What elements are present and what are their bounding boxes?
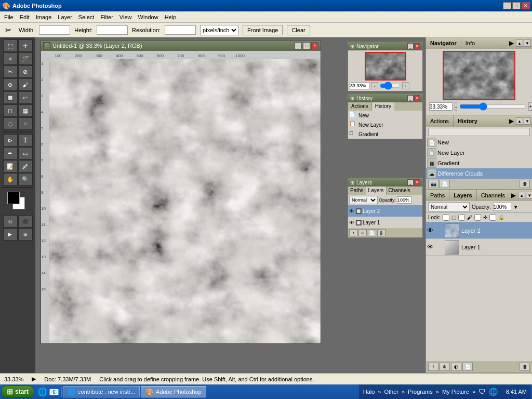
menu-image[interactable]: Image xyxy=(33,13,55,21)
layer-row-layer1[interactable]: 👁 Layer 1 xyxy=(426,239,532,256)
minimize-button[interactable]: _ xyxy=(503,2,511,9)
text-tool[interactable]: T xyxy=(18,134,33,147)
small-nav-minimize[interactable]: _ xyxy=(407,43,414,49)
tab-history-small[interactable]: History xyxy=(372,102,394,111)
zoom-tool[interactable]: 🔍 xyxy=(18,173,33,185)
small-hist-item-new-layer[interactable]: 📋 New Layer xyxy=(348,120,422,129)
close-button[interactable]: ✕ xyxy=(522,2,530,9)
small-nav-zoom-input[interactable] xyxy=(350,82,369,89)
layer2-eye-icon[interactable]: 👁 xyxy=(427,227,436,234)
small-hist-item-gradient[interactable]: ◻ Gradient xyxy=(348,129,422,139)
dodge-tool[interactable]: ○ xyxy=(18,117,33,130)
history-item-gradient[interactable]: ▦ Gradient xyxy=(426,158,532,168)
small-nav-close[interactable]: ✕ xyxy=(414,43,420,49)
marquee-tool[interactable]: ⬚ xyxy=(3,39,18,52)
menu-file[interactable]: File xyxy=(1,13,17,21)
tab-layers-right[interactable]: Layers xyxy=(449,190,476,201)
delete-layer-btn-right[interactable]: 🗑 xyxy=(520,363,530,371)
tab-actions-small[interactable]: Actions xyxy=(348,102,372,111)
blur-tool[interactable]: ◌ xyxy=(3,117,18,130)
add-layer-style-btn-right[interactable]: f xyxy=(428,363,438,371)
navigator-zoom-in-btn[interactable]: + xyxy=(528,102,532,111)
crop-tool[interactable]: ✂ xyxy=(3,65,18,78)
lock-transparent-checkbox[interactable] xyxy=(443,214,449,221)
small-hist-minimize[interactable]: _ xyxy=(407,95,414,101)
layer-row-layer2[interactable]: 👁 xyxy=(426,222,532,239)
small-hist-item-new[interactable]: 📄 New xyxy=(348,111,422,120)
doc-maximize-button[interactable]: □ xyxy=(303,42,310,49)
small-opacity-input[interactable] xyxy=(397,196,411,204)
add-mask-btn[interactable]: ⊕ xyxy=(358,229,367,236)
lock-position-checkbox[interactable] xyxy=(474,214,481,221)
history-collapse-btn[interactable]: ▲ xyxy=(516,117,523,125)
tab-channels-small[interactable]: Channels xyxy=(387,187,413,195)
nav-zoom-out[interactable]: - xyxy=(371,82,378,89)
hand-tool[interactable]: ✋ xyxy=(3,173,18,185)
history-panel-menu[interactable]: ▶ xyxy=(507,117,516,125)
resolution-input[interactable] xyxy=(165,25,196,35)
layers-collapse-btn[interactable]: ▲ xyxy=(518,192,525,199)
tab-paths-right[interactable]: Paths xyxy=(426,190,449,201)
nav-collapse-btn[interactable]: ▲ xyxy=(516,39,523,47)
menu-filter[interactable]: Filter xyxy=(97,13,116,21)
clear-button[interactable]: Clear xyxy=(287,25,310,35)
small-layers-minimize[interactable]: _ xyxy=(407,179,414,185)
path-tool[interactable]: ⊳ xyxy=(3,134,18,147)
navigator-zoom-input[interactable] xyxy=(429,102,453,111)
tab-layers-small[interactable]: Layers xyxy=(366,187,387,195)
screen-mode-btn[interactable]: ⬛ xyxy=(18,215,33,228)
add-mask-btn-right[interactable]: ⊕ xyxy=(440,363,450,371)
history-item-new[interactable]: 📄 New xyxy=(426,137,532,148)
tab-paths-small[interactable]: Paths xyxy=(348,187,366,195)
small-hist-close[interactable]: ✕ xyxy=(414,95,420,101)
tab-history-right[interactable]: History xyxy=(454,115,482,127)
quicklaunch-email-icon[interactable]: 📧 xyxy=(49,387,59,397)
extra-btn[interactable]: ⊞ xyxy=(18,228,33,241)
foreground-color-box[interactable] xyxy=(7,192,20,204)
nav-zoom-slider[interactable] xyxy=(380,84,401,88)
tray-icon-network[interactable]: 🌐 xyxy=(489,388,498,396)
navigator-zoom-out-btn[interactable]: - xyxy=(455,102,457,111)
width-input[interactable] xyxy=(39,25,70,35)
healing-brush-tool[interactable]: ⊕ xyxy=(3,78,18,91)
magic-wand-tool[interactable]: 🪄 xyxy=(18,52,33,65)
small-blend-select[interactable]: Normal xyxy=(349,196,378,204)
history-expand-btn[interactable]: ▼ xyxy=(524,117,531,125)
tab-navigator[interactable]: Navigator xyxy=(426,37,461,49)
blend-mode-select[interactable]: Normal xyxy=(428,202,470,211)
menu-layer[interactable]: Layer xyxy=(55,13,75,21)
history-item-diff-clouds[interactable]: ☁ Difference Clouds xyxy=(426,168,532,179)
status-triangle[interactable]: ▶ xyxy=(32,376,36,382)
opacity-arrow[interactable]: ▼ xyxy=(513,204,518,210)
menu-view[interactable]: View xyxy=(116,13,135,21)
layer2-visibility-icon[interactable]: 👁 xyxy=(349,208,354,214)
taskbar-item-contribute[interactable]: 🌐 contribute : new instr... xyxy=(63,386,140,397)
new-fill-layer-btn[interactable]: ◐ xyxy=(451,363,461,371)
lasso-tool[interactable]: ⌖ xyxy=(3,52,18,65)
menu-edit[interactable]: Edit xyxy=(17,13,33,21)
create-new-snapshot-btn[interactable]: 📷 xyxy=(428,180,438,188)
quick-mask-btn[interactable]: ◎ xyxy=(3,215,18,228)
tab-channels-right[interactable]: Channels xyxy=(477,190,509,201)
opacity-input[interactable] xyxy=(493,203,511,211)
move-tool[interactable]: ✛ xyxy=(18,39,33,52)
tab-actions-right[interactable]: Actions xyxy=(426,115,454,127)
history-search-input[interactable] xyxy=(428,128,530,136)
history-item-new-layer[interactable]: 📋 New Layer xyxy=(426,148,532,158)
eraser-tool[interactable]: ◻ xyxy=(3,104,18,117)
create-new-document-btn[interactable]: 📄 xyxy=(440,180,450,188)
layer1-visibility-icon[interactable]: 👁 xyxy=(349,220,354,225)
height-input[interactable] xyxy=(97,25,128,35)
new-layer-btn-right[interactable]: 📄 xyxy=(462,363,473,371)
layer1-eye-icon[interactable]: 👁 xyxy=(427,243,436,251)
lock-image-checkbox[interactable] xyxy=(458,214,465,221)
delete-history-btn[interactable]: 🗑 xyxy=(520,180,530,188)
nav-zoom-in[interactable]: + xyxy=(402,82,409,89)
new-layer-btn-small[interactable]: 📄 xyxy=(368,229,376,236)
maximize-button[interactable]: □ xyxy=(512,2,521,9)
history-brush-tool[interactable]: ↩ xyxy=(18,91,33,104)
gradient-tool[interactable]: ▦ xyxy=(18,104,33,117)
tray-icon-shield[interactable]: 🛡 xyxy=(478,388,486,396)
layers-panel-menu[interactable]: ▶ xyxy=(509,192,518,199)
pen-tool[interactable]: ✒ xyxy=(3,147,18,159)
